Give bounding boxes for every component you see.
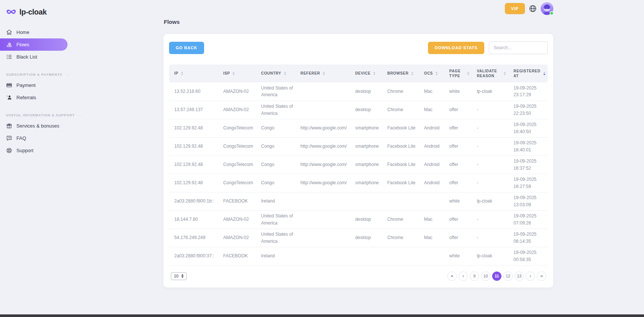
sort-icon[interactable] <box>411 72 413 75</box>
cell-browser <box>382 247 419 265</box>
table-row[interactable]: 13.52.218.60AMAZON-02United States of Am… <box>169 82 548 101</box>
cell-isp: CongoTelecom <box>218 137 256 156</box>
page-size-select[interactable]: 10 <box>171 272 187 280</box>
cell-ocs: Mac <box>419 101 444 119</box>
table-body: 13.52.218.60AMAZON-02United States of Am… <box>169 82 548 265</box>
flows-table: IP ISP COUNTRY REFERER DEVICE <box>169 65 548 266</box>
search-input[interactable] <box>489 41 548 54</box>
table-row[interactable]: 54.176.249.249AMAZON-02United States of … <box>169 229 548 247</box>
sidebar: lp-cloak Home Flows Black List SUBSCRIPT… <box>0 0 68 317</box>
page-button-10[interactable]: 10 <box>481 272 490 281</box>
cell-ip: 102.129.92.48 <box>169 174 218 192</box>
cell-ocs <box>419 247 444 265</box>
sort-icon[interactable] <box>373 72 375 75</box>
sort-icon[interactable] <box>467 72 469 75</box>
column-header-device[interactable]: DEVICE <box>350 65 382 82</box>
cell-ocs: Android <box>419 174 444 192</box>
cell-country: United States of America <box>256 229 296 247</box>
sort-icon[interactable] <box>504 72 506 75</box>
sidebar-item-label: Support <box>16 148 34 153</box>
sidebar-item-faq[interactable]: ?! FAQ <box>0 132 68 144</box>
sort-icon[interactable] <box>232 72 235 75</box>
column-header-isp[interactable]: ISP <box>218 65 256 82</box>
cell-referer <box>295 192 350 210</box>
cell-validate-reason: lp-cloak <box>472 82 508 101</box>
cell-validate-reason: - <box>472 101 508 119</box>
column-header-browser[interactable]: BROWSER <box>382 65 419 82</box>
online-status-dot <box>550 11 554 15</box>
table-row[interactable]: 2a03:2880:f800:1b::FACEBOOKIrelandwhitel… <box>169 192 548 210</box>
sort-icon[interactable] <box>181 72 183 75</box>
cell-ip: 13.57.249.137 <box>169 101 218 119</box>
next-page-button[interactable]: › <box>526 272 535 281</box>
cell-ocs: Mac <box>419 210 444 229</box>
sidebar-item-services-bonuses[interactable]: Services & bonuses <box>0 120 68 132</box>
sort-icon[interactable] <box>435 72 438 75</box>
sidebar-item-flows[interactable]: Flows <box>0 38 68 51</box>
last-page-button[interactable]: » <box>537 272 546 281</box>
cell-referer <box>295 82 350 101</box>
sidebar-item-referrals[interactable]: Referrals <box>0 91 68 104</box>
cell-country: Ireland <box>256 247 296 265</box>
column-header-referer[interactable]: REFERER <box>295 65 350 82</box>
cell-referer: http://www.google.com/ <box>295 174 350 192</box>
download-stats-button[interactable]: DOWNLOAD STATS <box>428 42 484 54</box>
sidebar-item-black-list[interactable]: Black List <box>0 51 68 63</box>
first-page-button[interactable]: « <box>447 272 457 281</box>
table-row[interactable]: 102.129.92.48CongoTelecomCongohttp://www… <box>169 156 548 174</box>
column-header-validate-reason[interactable]: VALIDATE REASON <box>472 65 508 82</box>
page-button-12[interactable]: 12 <box>503 272 513 281</box>
sort-icon[interactable] <box>284 72 286 75</box>
blacklist-icon <box>6 54 12 60</box>
cell-ocs <box>419 192 444 210</box>
column-header-country[interactable]: COUNTRY <box>256 65 296 82</box>
brand-name: lp-cloak <box>19 8 47 16</box>
language-globe-icon[interactable] <box>529 4 537 13</box>
brand[interactable]: lp-cloak <box>0 1 68 26</box>
page-button-9[interactable]: 9 <box>470 272 479 281</box>
cell-device: desktop <box>350 101 382 119</box>
referrals-icon <box>6 94 12 101</box>
cell-validate-reason: lp-cloak <box>472 192 508 210</box>
table-row[interactable]: 102.129.92.48CongoTelecomCongohttp://www… <box>169 119 548 137</box>
cell-referer: http://www.google.com/ <box>295 156 350 174</box>
vip-button[interactable]: VIP <box>505 3 525 14</box>
table-row[interactable]: 2a03:2880:f800:37::FACEBOOKIrelandwhitel… <box>169 247 548 265</box>
sidebar-item-home[interactable]: Home <box>0 26 68 38</box>
column-header-page-type[interactable]: PAGE TYPE <box>444 65 472 82</box>
page-button-13[interactable]: 13 <box>515 272 524 281</box>
cell-browser: Facebook Lite <box>382 174 419 192</box>
column-header-ocs[interactable]: OCS <box>419 65 444 82</box>
cell-page-type: offer <box>444 210 472 229</box>
cell-isp: AMAZON-02 <box>218 210 256 229</box>
table-row[interactable]: 13.57.249.137AMAZON-02United States of A… <box>169 101 548 119</box>
cell-registered-at: 19-09-2025 07:09:26 <box>508 210 548 229</box>
column-header-ip[interactable]: IP <box>169 65 218 82</box>
cell-page-type: offer <box>444 229 472 247</box>
sort-icon[interactable] <box>323 72 325 75</box>
table-row[interactable]: 102.129.92.48CongoTelecomCongohttp://www… <box>169 137 548 156</box>
cell-registered-at: 19-09-2025 06:14:35 <box>508 229 548 247</box>
cell-country: Congo <box>256 156 296 174</box>
go-back-button[interactable]: GO BACK <box>169 42 204 54</box>
sidebar-item-support[interactable]: Support <box>0 144 68 157</box>
user-avatar[interactable] <box>541 2 553 15</box>
cell-registered-at: 19-09-2025 13:03:09 <box>508 192 548 210</box>
cell-isp: AMAZON-02 <box>218 229 256 247</box>
sidebar-item-label: FAQ <box>16 135 26 141</box>
cell-browser: Facebook Lite <box>382 119 419 137</box>
cell-browser: Chrome <box>382 82 419 101</box>
cell-referer: http://www.google.com/ <box>295 119 350 137</box>
cell-validate-reason: - <box>472 174 508 192</box>
table-row[interactable]: 18.144.7.80AMAZON-02United States of Ame… <box>169 210 548 229</box>
cell-page-type: offer <box>444 101 472 119</box>
cell-validate-reason: lp-cloak <box>472 247 508 265</box>
support-icon <box>6 147 12 154</box>
sidebar-item-payment[interactable]: Payment <box>0 79 68 91</box>
page-button-11[interactable]: 11 <box>492 272 501 281</box>
prev-page-button[interactable]: ‹ <box>459 272 468 281</box>
sort-icon[interactable] <box>543 72 545 75</box>
table-row[interactable]: 102.129.92.48CongoTelecomCongohttp://www… <box>169 174 548 192</box>
column-header-registered-at[interactable]: REGISTERED AT <box>508 65 548 82</box>
flows-card: GO BACK DOWNLOAD STATS IP ISP <box>163 34 553 288</box>
